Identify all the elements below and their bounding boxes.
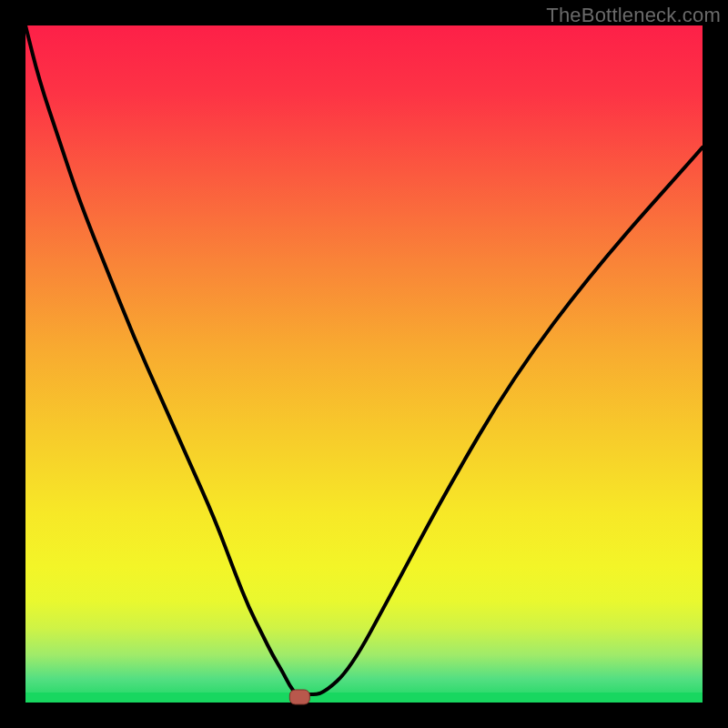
bottleneck-chart [0,0,728,728]
bottom-band [25,693,703,703]
current-position-marker [289,690,309,704]
chart-container: TheBottleneck.com [0,0,728,728]
plot-background [25,25,703,703]
watermark-text: TheBottleneck.com [546,4,721,27]
